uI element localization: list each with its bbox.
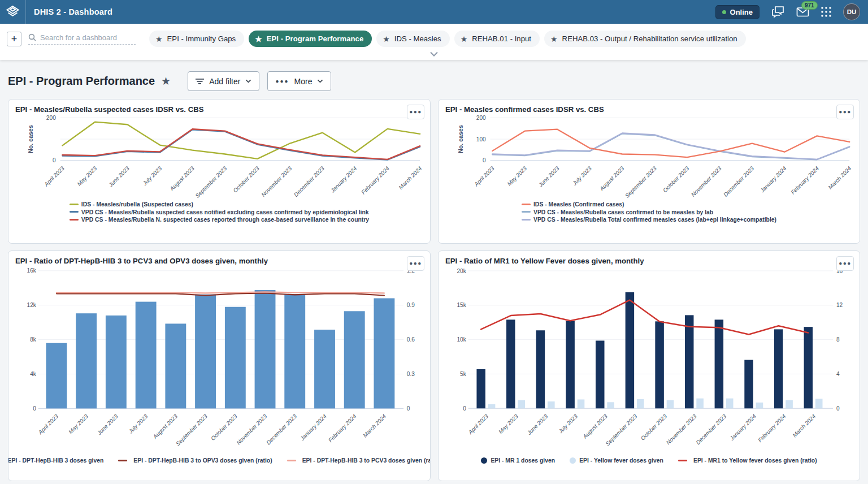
card-more-button[interactable]: ●●● [407, 256, 424, 271]
new-dashboard-button[interactable]: + [7, 32, 21, 46]
legend-item[interactable]: EPI - DPT-HepB-HIB 3 to OPV3 doses given… [118, 457, 272, 464]
svg-text:May 2023: May 2023 [506, 165, 528, 187]
svg-text:February 2024: February 2024 [757, 413, 787, 443]
svg-text:200: 200 [46, 115, 56, 121]
legend-item[interactable]: VPD CS - Measles/Rubella cases confirmed… [522, 209, 776, 217]
star-dashboard-icon[interactable]: ★ [161, 75, 171, 88]
app-title: DHIS 2 - Dashboard [34, 7, 112, 16]
svg-text:December 2023: December 2023 [695, 413, 727, 446]
svg-text:10k: 10k [457, 336, 466, 343]
online-status-badge[interactable]: Online [715, 5, 760, 19]
svg-text:July 2023: July 2023 [141, 165, 163, 187]
svg-text:0.3: 0.3 [407, 371, 415, 377]
chart-legend: IDS - Measles (Confirmed cases)VPD CS - … [445, 201, 853, 224]
svg-text:October 2023: October 2023 [640, 413, 669, 442]
collapse-chevron-icon[interactable] [429, 51, 439, 57]
chip-label: EPI - Immunity Gaps [167, 34, 236, 43]
star-icon: ★ [255, 34, 262, 44]
svg-text:February 2024: February 2024 [789, 165, 820, 196]
dashboard-chip[interactable]: ★EPI - Program Performance [249, 31, 372, 47]
svg-text:July 2023: July 2023 [557, 413, 579, 435]
chart-card-mr1-ratio: EPI - Ratio of MR1 to Yellow Fever doses… [438, 250, 860, 481]
legend-line-icon [522, 219, 531, 221]
legend-line-icon [118, 460, 127, 461]
line-chart-canvas: 0100200No. casesApril 2023May 2023June 2… [445, 115, 853, 200]
apps-menu-button[interactable] [821, 6, 832, 18]
legend-line-icon [678, 460, 687, 461]
card-more-button[interactable]: ●●● [407, 105, 424, 119]
combo-chart-canvas: 005k410k815k1220k16April 2023May 2023Jun… [445, 266, 853, 453]
svg-text:March 2024: March 2024 [362, 413, 387, 438]
svg-text:4: 4 [836, 371, 840, 377]
legend-item[interactable]: EPI - MR1 to Yellow fever doses given (r… [678, 457, 817, 464]
legend-item[interactable]: VPD CS - Measles/Rubella suspected cases… [70, 209, 369, 217]
legend-item[interactable]: EPI - DPT-HepB-HIB 3 to PCV3 doses given… [287, 457, 431, 464]
chip-label: EPI - Program Performance [267, 34, 364, 43]
messages-button[interactable]: 971 [796, 7, 809, 17]
unread-count-badge: 971 [801, 1, 818, 10]
dashboard-chip[interactable]: ★EPI - Immunity Gaps [149, 31, 244, 47]
svg-text:March 2024: March 2024 [827, 165, 852, 191]
legend-line-icon [70, 211, 79, 213]
legend-label: IDS - Measles/rubella (Suspected cases) [81, 201, 193, 208]
card-more-button[interactable]: ●●● [836, 256, 854, 271]
legend-line-icon [287, 460, 296, 461]
legend-item[interactable]: EPI - DPT-HepB-HIB 3 doses given [8, 457, 103, 464]
dashboard-chip[interactable]: ★REHAB.01 - Input [454, 31, 540, 47]
svg-text:8k: 8k [30, 336, 37, 343]
svg-text:No. cases: No. cases [457, 125, 464, 153]
svg-text:April 2023: April 2023 [472, 165, 496, 188]
line-chart-canvas: 0200No. casesApril 2023May 2023June 2023… [15, 115, 423, 200]
svg-text:July 2023: July 2023 [127, 413, 149, 435]
user-avatar[interactable]: DU [843, 3, 860, 20]
svg-text:May 2023: May 2023 [497, 413, 519, 435]
dhis2-logo-icon[interactable] [0, 0, 26, 24]
add-filter-button[interactable]: Add filter [188, 71, 259, 91]
svg-text:15k: 15k [457, 302, 466, 308]
legend-item[interactable]: IDS - Measles/rubella (Suspected cases) [70, 201, 369, 209]
dashboard-grid: EPI - Measles/Rubella suspected cases ID… [0, 99, 868, 484]
legend-item[interactable]: VPD CS - Measles/Rubella N. suspected ca… [70, 216, 369, 224]
dashboard-chip[interactable]: ★REHAB.03 - Output / Rehabilitation serv… [544, 31, 746, 47]
search-input[interactable] [40, 33, 131, 42]
star-icon: ★ [461, 34, 468, 44]
svg-text:February 2024: February 2024 [360, 165, 390, 196]
dashboard-search[interactable] [28, 33, 136, 45]
svg-text:0: 0 [407, 405, 410, 412]
svg-text:September 2023: September 2023 [624, 165, 658, 199]
dhis2-logo-icon [5, 5, 20, 20]
svg-text:June 2023: June 2023 [526, 413, 549, 437]
legend-item[interactable]: EPI - MR 1 doses given [481, 457, 555, 464]
legend-item[interactable]: EPI - Yellow fever doses given [570, 457, 663, 464]
interpretations-button[interactable] [771, 6, 785, 19]
chart-legend: IDS - Measles/rubella (Suspected cases)V… [15, 201, 423, 224]
dashboard-chip[interactable]: ★IDS - Measles [376, 31, 449, 47]
top-bar: DHIS 2 - Dashboard Online 971 [0, 0, 868, 24]
legend-item[interactable]: IDS - Measles (Confirmed cases) [522, 201, 776, 209]
svg-text:May 2023: May 2023 [76, 165, 98, 187]
svg-text:August 2023: August 2023 [151, 413, 179, 440]
legend-line-icon [70, 219, 79, 221]
legend-item[interactable]: VPD CS - Measles/Rubella Total confirmed… [522, 216, 776, 224]
star-icon: ★ [155, 34, 163, 44]
card-more-button[interactable]: ●●● [836, 105, 854, 119]
svg-text:October 2023: October 2023 [662, 165, 691, 194]
svg-text:November 2023: November 2023 [690, 165, 723, 198]
svg-text:No. cases: No. cases [27, 125, 34, 153]
add-filter-label: Add filter [209, 77, 240, 86]
legend-label: VPD CS - Measles/Rubella N. suspected ca… [81, 217, 369, 223]
more-button[interactable]: ●●● More [267, 71, 331, 91]
legend-label: EPI - DPT-HepB-HIB 3 doses given [8, 457, 103, 464]
legend-label: VPD CS - Measles/Rubella suspected cases… [81, 209, 369, 215]
chart-title: EPI - Measles confirmed cases IDSR vs. C… [445, 105, 853, 114]
svg-text:December 2023: December 2023 [293, 165, 326, 198]
svg-text:January 2024: January 2024 [299, 413, 328, 442]
svg-text:12k: 12k [27, 302, 36, 308]
legend-label: EPI - DPT-HepB-HIB 3 to OPV3 doses given… [133, 457, 272, 464]
svg-text:0: 0 [483, 157, 486, 163]
svg-text:September 2023: September 2023 [194, 165, 228, 199]
chart-title: EPI - Ratio of MR1 to Yellow Fever doses… [445, 257, 853, 265]
legend-line-icon [522, 211, 531, 213]
legend-label: EPI - MR 1 doses given [491, 457, 555, 464]
chart-legend: EPI - MR 1 doses givenEPI - Yellow fever… [445, 457, 853, 464]
